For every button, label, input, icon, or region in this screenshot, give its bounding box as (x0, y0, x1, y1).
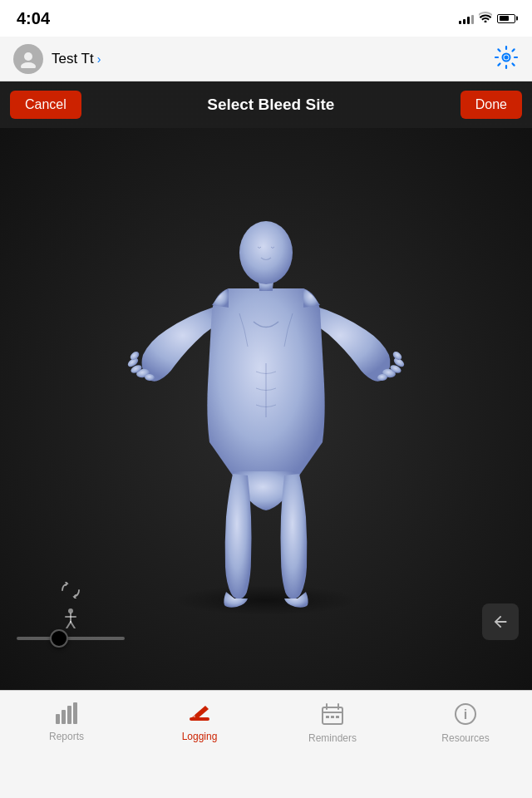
tab-reminders[interactable]: Reminders (266, 699, 399, 744)
svg-point-27 (192, 714, 195, 717)
rotation-slider[interactable] (17, 637, 125, 640)
svg-line-21 (71, 622, 75, 628)
logging-label: Logging (182, 731, 218, 742)
reminders-icon (321, 702, 344, 729)
logging-icon (187, 702, 212, 727)
action-bar: Cancel Select Bleed Site Done (0, 81, 532, 128)
svg-point-0 (24, 52, 32, 61)
signal-icon (459, 12, 474, 24)
tab-reports[interactable]: Reports (0, 699, 133, 742)
done-button[interactable]: Done (461, 91, 522, 119)
reports-icon (54, 702, 79, 727)
rotate-icon (59, 582, 82, 603)
svg-rect-24 (67, 706, 71, 724)
app-header: Test Tt › (0, 37, 532, 81)
wifi-icon (479, 12, 492, 25)
slider-thumb[interactable] (50, 629, 68, 648)
page-title: Select Bleed Site (207, 96, 334, 114)
figure-small-icon (64, 608, 77, 632)
battery-icon (497, 14, 515, 23)
svg-rect-34 (336, 716, 339, 718)
svg-rect-32 (326, 716, 329, 718)
body-figure[interactable] (100, 160, 432, 625)
svg-point-1 (21, 62, 36, 68)
svg-rect-25 (73, 702, 77, 724)
svg-text:i: i (464, 707, 467, 722)
svg-point-4 (175, 585, 357, 615)
svg-line-20 (66, 622, 71, 628)
cancel-button[interactable]: Cancel (10, 91, 81, 119)
status-icons (459, 12, 515, 25)
svg-rect-26 (190, 717, 209, 721)
svg-rect-22 (56, 714, 60, 724)
user-profile[interactable]: Test Tt › (13, 44, 101, 74)
svg-rect-33 (331, 716, 334, 718)
tab-logging[interactable]: Logging (133, 699, 266, 742)
reports-label: Reports (49, 731, 84, 742)
avatar (13, 44, 43, 74)
resources-icon: i (454, 702, 477, 729)
svg-point-16 (239, 221, 293, 284)
tab-bar: Reports Logging Reminders (0, 690, 532, 798)
chevron-right-icon: › (97, 52, 101, 66)
settings-button[interactable] (494, 45, 519, 73)
body-canvas[interactable] (0, 128, 532, 690)
svg-point-3 (505, 55, 509, 59)
username[interactable]: Test Tt › (52, 51, 101, 67)
resources-label: Resources (441, 732, 489, 744)
status-bar: 4:04 (0, 0, 532, 37)
back-button[interactable] (482, 603, 519, 640)
svg-rect-23 (62, 710, 66, 724)
status-time: 4:04 (17, 9, 50, 28)
rotation-control[interactable] (17, 582, 125, 640)
reminders-label: Reminders (308, 732, 357, 744)
main-content: Cancel Select Bleed Site Done (0, 81, 532, 690)
tab-resources[interactable]: i Resources (399, 699, 532, 744)
